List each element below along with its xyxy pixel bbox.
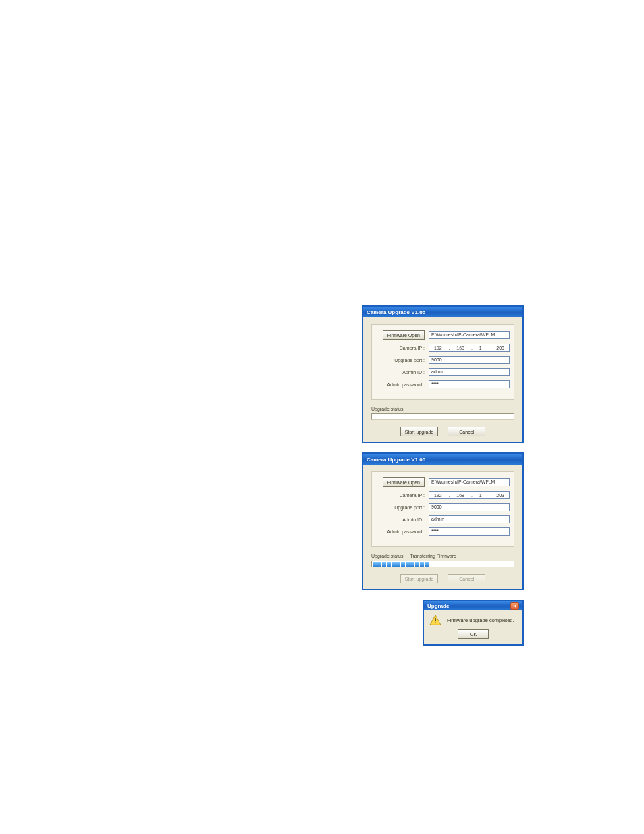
firmware-open-button[interactable]: Firmware Open: [383, 330, 425, 340]
progress-bar: [371, 413, 514, 420]
camera-ip-input[interactable]: 192. 168. 1. 203: [429, 344, 510, 352]
admin-password-input[interactable]: ****: [429, 380, 510, 388]
progress-segment: [452, 562, 456, 567]
upgrade-port-label: Upgrade port :: [376, 505, 425, 510]
firmware-open-button[interactable]: Firmware Open: [383, 477, 425, 487]
upgrade-complete-dialog: Upgrade × Firmware upgrade completed.: [423, 600, 524, 646]
progress-segment: [429, 562, 433, 567]
cancel-button: Cancel: [448, 574, 485, 583]
window-title: Camera Upgrade V1.05: [367, 309, 425, 315]
progress-segment: [387, 562, 391, 567]
admin-password-input[interactable]: ****: [429, 527, 510, 536]
admin-id-label: Admin ID :: [376, 370, 425, 375]
progress-segment: [406, 562, 410, 567]
progress-segment: [462, 562, 466, 567]
progress-segment: [490, 562, 494, 567]
progress-segment: [471, 562, 475, 567]
upgrade-port-input[interactable]: 9000: [429, 503, 510, 511]
dialog-message: Firmware upgrade completed.: [447, 617, 514, 623]
progress-segment: [500, 562, 504, 567]
progress-segment: [420, 562, 424, 567]
admin-id-input[interactable]: admin: [429, 368, 510, 376]
admin-password-label: Admin password :: [376, 529, 425, 534]
start-upgrade-button: Start upgrade: [400, 574, 438, 583]
progress-segment: [410, 562, 414, 567]
upgrade-status-text: Transferring Firmware: [410, 554, 456, 558]
camera-upgrade-window-transferring: Camera Upgrade V1.05 Firmware Open E:\Wu…: [362, 452, 524, 590]
progress-segment: [439, 562, 443, 567]
warning-icon: [429, 615, 441, 625]
progress-segment: [396, 562, 400, 567]
progress-segment: [457, 562, 461, 567]
titlebar[interactable]: Camera Upgrade V1.05: [363, 454, 522, 465]
titlebar[interactable]: Camera Upgrade V1.05: [363, 307, 522, 317]
progress-segment: [476, 562, 480, 567]
svg-rect-1: [435, 618, 435, 621]
progress-segment: [373, 562, 377, 567]
upgrade-port-input[interactable]: 9000: [429, 356, 510, 364]
window-title: Camera Upgrade V1.05: [367, 457, 425, 463]
firmware-path-input[interactable]: E:\Wumesh\IP-Camera\WFLM: [429, 478, 510, 486]
ip-octet-1[interactable]: 192: [434, 346, 442, 350]
ip-octet-3[interactable]: 1: [479, 493, 482, 498]
close-icon[interactable]: ×: [510, 602, 519, 610]
camera-upgrade-window-idle: Camera Upgrade V1.05 Firmware Open E:\Wu…: [362, 305, 524, 443]
form-fieldset: Firmware Open E:\Wumesh\IP-Camera\WFLM C…: [371, 471, 514, 547]
progress-segment: [481, 562, 485, 567]
titlebar[interactable]: Upgrade ×: [424, 601, 522, 610]
camera-ip-label: Camera IP :: [376, 346, 425, 350]
upgrade-status-label: Upgrade status:: [371, 554, 404, 558]
progress-segment: [415, 562, 419, 567]
camera-ip-input[interactable]: 192. 168. 1. 203: [429, 491, 510, 499]
progress-segment: [509, 562, 513, 567]
upgrade-status-label: Upgrade status:: [371, 407, 404, 411]
ok-button[interactable]: OK: [458, 629, 489, 639]
camera-ip-label: Camera IP :: [376, 493, 425, 498]
ip-octet-4[interactable]: 203: [496, 346, 504, 350]
cancel-button[interactable]: Cancel: [448, 427, 485, 436]
progress-segment: [485, 562, 489, 567]
ip-octet-2[interactable]: 168: [456, 346, 464, 350]
progress-bar: [371, 561, 514, 567]
progress-segment: [504, 562, 508, 567]
upgrade-port-label: Upgrade port :: [376, 358, 425, 363]
progress-segment: [495, 562, 499, 567]
ip-octet-4[interactable]: 203: [496, 493, 504, 498]
firmware-path-input[interactable]: E:\Wumesh\IP-Camera\WFLM: [429, 331, 510, 339]
progress-segment: [425, 562, 429, 567]
progress-segment: [382, 562, 386, 567]
progress-segment: [448, 562, 452, 567]
progress-segment: [466, 562, 471, 567]
ip-octet-3[interactable]: 1: [479, 346, 482, 350]
dialog-title: Upgrade: [427, 603, 449, 609]
progress-segment: [401, 562, 405, 567]
ip-octet-1[interactable]: 192: [434, 493, 442, 498]
admin-id-input[interactable]: admin: [429, 515, 510, 523]
form-fieldset: Firmware Open E:\Wumesh\IP-Camera\WFLM C…: [371, 324, 514, 400]
progress-segment: [377, 562, 381, 567]
ip-octet-2[interactable]: 168: [456, 493, 464, 498]
admin-password-label: Admin password :: [376, 382, 425, 387]
admin-id-label: Admin ID :: [376, 517, 425, 522]
start-upgrade-button[interactable]: Start upgrade: [400, 427, 438, 436]
progress-segment: [444, 562, 448, 567]
progress-segment: [434, 562, 438, 567]
progress-segment: [392, 562, 396, 567]
svg-rect-2: [435, 623, 435, 623]
